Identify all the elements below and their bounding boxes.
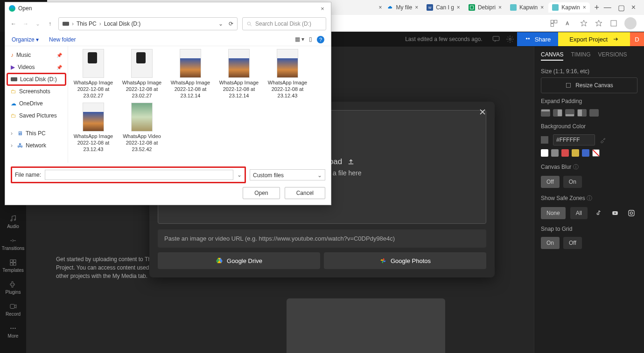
nav-plugins[interactable]: Plugins bbox=[6, 280, 21, 295]
info-icon[interactable]: ⓘ bbox=[587, 195, 592, 201]
favorite-icon[interactable] bbox=[580, 19, 588, 28]
youtube-icon[interactable] bbox=[609, 207, 621, 219]
nav-more[interactable]: More bbox=[8, 324, 19, 339]
eyedropper-icon[interactable] bbox=[600, 137, 606, 143]
cancel-button[interactable]: Cancel bbox=[285, 187, 325, 199]
sidebar-item-screenshots[interactable]: 🗀Screenshots bbox=[7, 85, 66, 97]
pin-icon[interactable]: 📌 bbox=[56, 65, 62, 70]
collections-icon[interactable] bbox=[609, 19, 618, 28]
filename-input[interactable] bbox=[45, 170, 233, 180]
padding-opt-2[interactable] bbox=[553, 109, 562, 117]
back-icon[interactable]: ← bbox=[10, 21, 17, 27]
path-drive[interactable]: Local Disk (D:) bbox=[104, 21, 141, 27]
sidebar-item-music[interactable]: ♪Music📌 bbox=[7, 49, 66, 61]
favorites-list-icon[interactable] bbox=[595, 19, 603, 28]
chevron-down-icon[interactable]: ⌄ bbox=[218, 21, 223, 27]
tab-close-icon[interactable]: × bbox=[457, 4, 460, 11]
sidebar-item-network[interactable]: ›🖧Network bbox=[7, 139, 66, 152]
preset-red[interactable] bbox=[561, 149, 569, 157]
tab-kapwing-2[interactable]: Kapwin× bbox=[548, 2, 589, 13]
chevron-icon[interactable]: › bbox=[11, 130, 14, 137]
recent-icon[interactable]: ⌄ bbox=[34, 21, 42, 27]
refresh-icon[interactable]: ⟳ bbox=[229, 21, 233, 27]
share-button[interactable]: Share bbox=[517, 32, 559, 46]
nav-transitions[interactable]: Transitions bbox=[2, 236, 25, 251]
blur-on[interactable]: On bbox=[563, 176, 582, 188]
file-item[interactable]: WhatsApp Video 2022-12-08 at 23.52.42 bbox=[120, 102, 163, 153]
nav-audio[interactable]: Audio bbox=[7, 215, 19, 229]
safe-none[interactable]: None bbox=[541, 207, 566, 219]
file-item[interactable]: WhatsApp Image 2022-12-08 at 23.12.43 bbox=[72, 102, 115, 153]
maximize-icon[interactable]: ▢ bbox=[618, 3, 625, 12]
sidebar-item-localdisk[interactable]: Local Disk (D:) bbox=[7, 73, 66, 85]
sidebar-item-videos[interactable]: ▶Videos📌 bbox=[7, 61, 66, 73]
help-icon[interactable]: ? bbox=[317, 36, 324, 43]
instagram-icon[interactable] bbox=[625, 207, 637, 219]
search-input[interactable]: Search Local Disk (D:) bbox=[242, 17, 326, 30]
resize-canvas-button[interactable]: Resize Canvas bbox=[541, 77, 637, 93]
info-icon[interactable]: ⓘ bbox=[573, 164, 579, 170]
new-tab-button[interactable]: + bbox=[591, 1, 603, 14]
file-item[interactable]: WhatsApp Image 2022-12-08 at 23.02.27 bbox=[120, 48, 163, 100]
minimize-icon[interactable]: — bbox=[604, 3, 611, 12]
read-aloud-icon[interactable]: A bbox=[565, 19, 573, 28]
google-drive-button[interactable]: Google Drive bbox=[158, 252, 320, 269]
newfolder-button[interactable]: New folder bbox=[49, 36, 76, 43]
padding-opt-4[interactable] bbox=[577, 109, 587, 117]
google-photos-button[interactable]: Google Photos bbox=[324, 252, 486, 269]
tab-close-icon[interactable]: × bbox=[540, 4, 544, 11]
path-pc[interactable]: This PC bbox=[77, 21, 97, 27]
sidebar-item-thispc[interactable]: ›🖥This PC bbox=[7, 127, 66, 139]
address-bar[interactable]: › This PC › Local Disk (D:) ⌄ ⟳ bbox=[58, 17, 238, 30]
snap-on[interactable]: On bbox=[541, 237, 560, 249]
preview-pane-icon[interactable]: ▯ bbox=[309, 36, 312, 43]
profile-avatar[interactable] bbox=[624, 17, 637, 29]
organize-button[interactable]: Organize ▾ bbox=[12, 36, 39, 43]
extensions-icon[interactable] bbox=[550, 19, 558, 28]
current-color-swatch[interactable] bbox=[541, 136, 548, 144]
open-button[interactable]: Open bbox=[243, 187, 280, 199]
preset-none[interactable] bbox=[592, 149, 600, 157]
nav-templates[interactable]: Templates bbox=[2, 258, 24, 273]
preset-yellow[interactable] bbox=[572, 149, 579, 157]
chevron-down-icon[interactable]: ⌄ bbox=[237, 172, 242, 178]
preset-blue[interactable] bbox=[582, 149, 589, 157]
file-item[interactable]: WhatsApp Image 2022-12-08 at 23.12.14 bbox=[217, 48, 260, 100]
tab-cani[interactable]: WCan I g× bbox=[423, 2, 464, 13]
padding-opt-1[interactable] bbox=[541, 109, 550, 117]
padding-opt-5[interactable] bbox=[589, 109, 599, 117]
tab-myfiles[interactable]: My file× bbox=[383, 2, 422, 13]
file-item[interactable]: WhatsApp Image 2022-12-08 at 23.12.14 bbox=[169, 48, 212, 100]
tab-close-icon[interactable]: × bbox=[498, 4, 502, 11]
hex-input[interactable]: #FFFFFF bbox=[553, 134, 595, 145]
user-avatar[interactable]: D bbox=[630, 32, 644, 46]
tiktok-icon[interactable] bbox=[592, 207, 604, 219]
tab-close-icon[interactable]: × bbox=[415, 4, 418, 11]
tab-close-icon[interactable]: × bbox=[583, 4, 586, 11]
file-item[interactable]: WhatsApp Image 2022-12-08 at 23.12.43 bbox=[266, 48, 309, 100]
pin-icon[interactable]: 📌 bbox=[56, 53, 62, 58]
url-paste-input[interactable]: Paste an image or video URL (e.g. https:… bbox=[158, 229, 486, 248]
padding-opt-3[interactable] bbox=[565, 109, 574, 117]
chevron-icon[interactable]: › bbox=[11, 142, 14, 149]
forward-icon[interactable]: → bbox=[22, 21, 29, 27]
filetype-select[interactable]: Custom files ⌄ bbox=[250, 169, 325, 180]
sidebar-item-savedpics[interactable]: 🗀Saved Pictures bbox=[7, 110, 66, 122]
tab-versions[interactable]: VERSIONS bbox=[598, 51, 627, 61]
tab-close-prev[interactable]: × bbox=[378, 4, 382, 11]
canvas-placeholder[interactable] bbox=[287, 298, 445, 353]
preset-white[interactable] bbox=[541, 149, 548, 157]
preset-gray[interactable] bbox=[551, 149, 559, 157]
file-item[interactable]: WhatsApp Image 2022-12-08 at 23.02.27 bbox=[72, 48, 115, 100]
nav-record[interactable]: Record bbox=[6, 302, 21, 317]
tab-debipri[interactable]: Debipri× bbox=[465, 2, 505, 13]
tab-timing[interactable]: TIMING bbox=[571, 51, 590, 61]
export-button[interactable]: Export Project bbox=[558, 32, 630, 46]
tab-canvas[interactable]: CANVAS bbox=[541, 51, 563, 61]
snap-off[interactable]: Off bbox=[563, 237, 582, 249]
settings-icon[interactable] bbox=[503, 32, 517, 46]
sidebar-item-onedrive[interactable]: ☁OneDrive bbox=[7, 97, 66, 110]
close-modal-icon[interactable] bbox=[477, 106, 488, 118]
file-grid[interactable]: WhatsApp Image 2022-12-08 at 23.02.27 Wh… bbox=[68, 46, 331, 163]
up-icon[interactable]: ↑ bbox=[46, 21, 54, 27]
